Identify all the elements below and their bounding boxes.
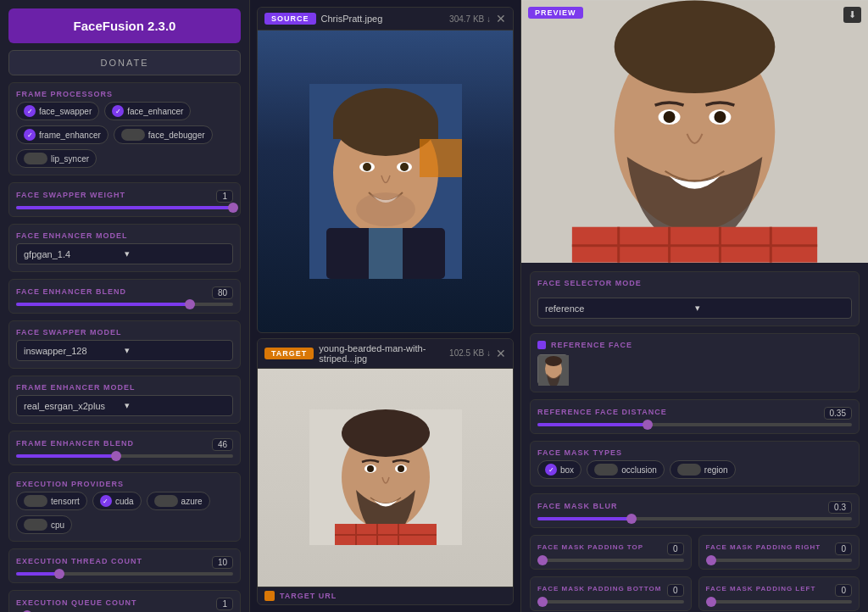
processor-frame-enhancer[interactable]: frame_enhancer bbox=[16, 125, 108, 144]
svg-rect-11 bbox=[420, 139, 462, 177]
frame-enhancer-model-value: real_esrgan_x2plus bbox=[24, 401, 125, 411]
face-mask-padding-bottom-label: FACE MASK PADDING BOTTOM bbox=[537, 585, 661, 593]
face-swapper-weight-section: FACE SWAPPER WEIGHT 1 bbox=[8, 182, 241, 217]
face-mask-blur-thumb bbox=[626, 514, 637, 524]
face-mask-padding-bottom-section: FACE MASK PADDING BOTTOM 0 bbox=[530, 576, 692, 611]
face-selector-mode-label: FACE SELECTOR MODE bbox=[537, 279, 852, 287]
mask-occlusion[interactable]: occlusion bbox=[587, 460, 665, 479]
mask-box[interactable]: box bbox=[537, 460, 581, 479]
svg-point-28 bbox=[664, 111, 676, 123]
face-enhancer-model-label: FACE ENHANCER MODEL bbox=[16, 231, 233, 240]
source-tag: SOURCE bbox=[264, 13, 316, 25]
face-enhancer-blend-section: FACE ENHANCER BLEND 80 bbox=[8, 279, 241, 314]
source-close-icon[interactable]: ✕ bbox=[496, 12, 506, 25]
face-mask-padding-bottom-thumb bbox=[537, 597, 548, 607]
face-enhancer-model-dropdown[interactable]: gfpgan_1.4 ▾ bbox=[16, 243, 233, 264]
right-panel: PREVIEW ⬇ bbox=[520, 0, 868, 612]
source-panel-header: SOURCE ChrisPratt.jpeg 304.7 KB ↓ ✕ bbox=[258, 8, 513, 31]
reference-face-distance-slider[interactable] bbox=[537, 423, 852, 426]
face-enhancer-model-value: gfpgan_1.4 bbox=[24, 249, 125, 259]
frame-enhancer-blend-slider[interactable] bbox=[16, 454, 233, 458]
target-panel: TARGET young-bearded-man-with-striped...… bbox=[257, 338, 514, 605]
face-enhancer-toggle-dot bbox=[112, 105, 124, 117]
source-size: 304.7 KB ↓ bbox=[449, 14, 491, 24]
face-swapper-weight-slider[interactable] bbox=[16, 206, 233, 209]
target-image[interactable] bbox=[258, 369, 513, 587]
svg-point-7 bbox=[400, 163, 409, 171]
face-mask-blur-slider[interactable] bbox=[537, 517, 852, 520]
face-enhancer-blend-fill bbox=[16, 303, 190, 306]
frame-enhancer-blend-fill bbox=[16, 454, 116, 458]
face-enhancer-model-section: FACE ENHANCER MODEL gfpgan_1.4 ▾ bbox=[8, 224, 241, 272]
processor-face-enhancer[interactable]: face_enhancer bbox=[104, 102, 191, 120]
svg-point-14 bbox=[342, 409, 430, 457]
face-mask-padding-left-section: FACE MASK PADDING LEFT 0 bbox=[698, 576, 860, 611]
source-image[interactable] bbox=[258, 31, 513, 332]
face-mask-blur-section: FACE MASK BLUR 0.3 bbox=[530, 493, 860, 528]
app-title: FaceFusion 2.3.0 bbox=[8, 8, 241, 43]
preview-tag: PREVIEW bbox=[528, 7, 583, 19]
lip-syncer-toggle-dot bbox=[24, 153, 47, 164]
frame-enhancer-model-dropdown[interactable]: real_esrgan_x2plus ▾ bbox=[16, 395, 233, 416]
execution-thread-count-slider[interactable] bbox=[16, 572, 233, 576]
face-enhancer-model-arrow-icon: ▾ bbox=[125, 248, 225, 259]
face-enhancer-blend-value: 80 bbox=[212, 287, 233, 299]
execution-queue-count-section: EXECUTION QUEUE COUNT 1 bbox=[8, 590, 241, 612]
face-mask-padding-left-value: 0 bbox=[835, 584, 852, 597]
face-swapper-weight-fill bbox=[16, 206, 233, 209]
face-swapper-model-value: inswapper_128 bbox=[24, 346, 125, 356]
execution-queue-count-value: 1 bbox=[216, 598, 233, 610]
provider-tensorrt[interactable]: tensorrt bbox=[16, 492, 87, 510]
reference-face-distance-section: REFERENCE FACE DISTANCE 0.35 bbox=[530, 399, 860, 434]
svg-point-16 bbox=[367, 465, 374, 472]
execution-thread-count-label: EXECUTION THREAD COUNT bbox=[16, 557, 142, 565]
reference-face-distance-value: 0.35 bbox=[824, 407, 852, 420]
target-filename: young-bearded-man-with-striped...jpg bbox=[319, 343, 444, 364]
reference-face-distance-label: REFERENCE FACE DISTANCE bbox=[537, 408, 667, 416]
cpu-toggle-dot bbox=[24, 519, 47, 531]
face-mask-blur-value: 0.3 bbox=[828, 501, 852, 514]
face-mask-padding-right-slider[interactable] bbox=[706, 559, 853, 562]
preview-download-icon[interactable]: ⬇ bbox=[843, 7, 861, 23]
svg-rect-3 bbox=[333, 122, 438, 139]
face-selector-mode-arrow-icon: ▾ bbox=[695, 303, 845, 314]
execution-providers-section: EXECUTION PROVIDERS tensorrt cuda azure … bbox=[8, 472, 241, 542]
donate-button[interactable]: DONATE bbox=[8, 50, 241, 75]
mask-region-dot bbox=[677, 464, 701, 476]
face-mask-padding-left-slider[interactable] bbox=[706, 600, 853, 604]
target-close-icon[interactable]: ✕ bbox=[496, 347, 506, 360]
face-selector-mode-section: FACE SELECTOR MODE reference ▾ bbox=[530, 271, 860, 326]
target-panel-header: TARGET young-bearded-man-with-striped...… bbox=[258, 339, 513, 369]
face-mask-padding-bottom-slider[interactable] bbox=[537, 600, 684, 604]
target-url-bar: TARGET URL bbox=[258, 587, 513, 604]
execution-thread-count-thumb bbox=[54, 569, 64, 579]
face-selector-mode-dropdown[interactable]: reference ▾ bbox=[537, 298, 852, 319]
mask-box-dot bbox=[545, 464, 557, 476]
target-face-svg bbox=[309, 409, 462, 545]
processor-face-debugger[interactable]: face_debugger bbox=[114, 125, 213, 144]
face-swapper-model-dropdown[interactable]: inswapper_128 ▾ bbox=[16, 340, 233, 361]
face-mask-blur-label: FACE MASK BLUR bbox=[537, 502, 618, 510]
face-mask-padding-top-slider[interactable] bbox=[537, 559, 684, 562]
face-enhancer-blend-thumb bbox=[185, 299, 195, 309]
execution-providers-label: EXECUTION PROVIDERS bbox=[16, 480, 233, 488]
frame-enhancer-blend-value: 46 bbox=[212, 438, 233, 451]
face-enhancer-blend-slider[interactable] bbox=[16, 303, 233, 306]
provider-cpu[interactable]: cpu bbox=[16, 515, 72, 534]
svg-point-18 bbox=[398, 465, 404, 472]
face-mask-padding-right-value: 0 bbox=[835, 542, 852, 555]
provider-azure[interactable]: azure bbox=[147, 492, 210, 510]
mask-region[interactable]: region bbox=[670, 460, 736, 479]
processor-lip-syncer[interactable]: lip_syncer bbox=[16, 149, 97, 168]
frame-enhancer-label: frame_enhancer bbox=[39, 131, 101, 140]
face-mask-padding-top-thumb bbox=[537, 555, 548, 565]
face-mask-padding-top-right: FACE MASK PADDING TOP 0 FACE MASK PADDIN… bbox=[530, 535, 860, 570]
execution-thread-count-fill bbox=[16, 572, 59, 576]
provider-cuda[interactable]: cuda bbox=[92, 492, 142, 510]
processor-face-swapper[interactable]: face_swapper bbox=[16, 102, 99, 120]
face-swapper-model-label: FACE SWAPPER MODEL bbox=[16, 328, 233, 337]
face-swapper-model-arrow-icon: ▾ bbox=[125, 345, 225, 356]
reference-face-thumbnail[interactable] bbox=[537, 354, 568, 385]
svg-point-8 bbox=[356, 192, 415, 226]
face-selector-mode-value: reference bbox=[545, 303, 695, 314]
